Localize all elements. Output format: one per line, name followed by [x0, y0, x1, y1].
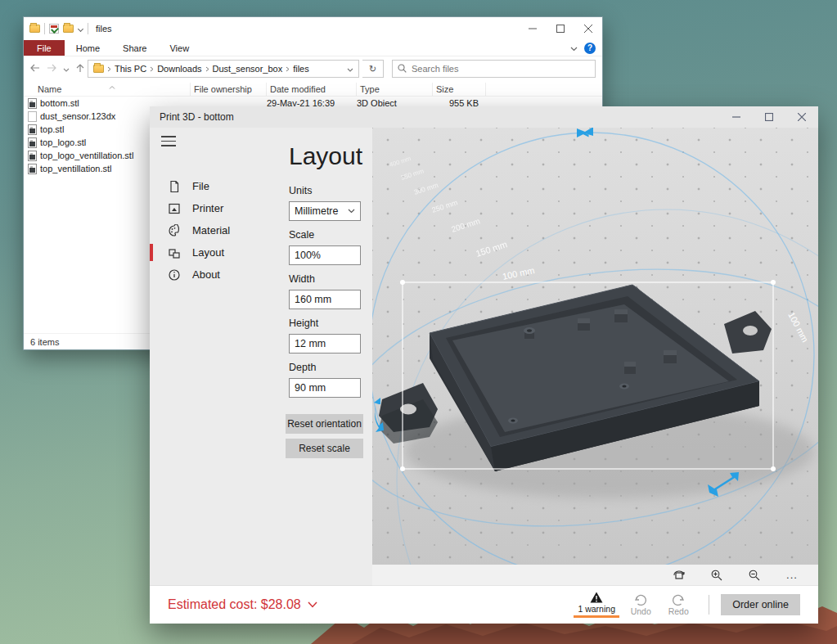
selection-handle[interactable]	[771, 280, 776, 285]
menu-icon[interactable]	[161, 136, 176, 146]
breadcrumb-item[interactable]: Downloads	[157, 64, 201, 74]
location-folder-icon	[93, 65, 104, 73]
maximize-button[interactable]	[547, 17, 574, 40]
tab-view[interactable]: View	[158, 40, 200, 56]
order-online-button[interactable]: Order online	[721, 594, 800, 615]
sidebar-item-label: File	[192, 180, 209, 192]
back-icon[interactable]	[30, 64, 40, 74]
search-box[interactable]	[392, 60, 596, 78]
tab-home[interactable]: Home	[65, 40, 111, 56]
reset-orientation-button[interactable]: Reset orientation	[286, 414, 363, 434]
screw-post	[524, 327, 535, 339]
scale-field[interactable]	[289, 245, 361, 265]
close-button[interactable]	[574, 17, 602, 40]
search-input[interactable]	[412, 64, 590, 74]
address-dropdown-icon[interactable]	[347, 64, 353, 74]
print3d-titlebar[interactable]: Print 3D - bottom	[150, 106, 818, 128]
undo-button[interactable]: Undo	[622, 594, 659, 616]
explorer-titlebar[interactable]: files	[24, 17, 602, 40]
warning-count-label: 1 warning	[578, 604, 615, 614]
breadcrumb-separator-icon	[205, 66, 209, 72]
search-icon	[398, 64, 407, 74]
sidebar-item-label: Layout	[192, 246, 224, 259]
minimize-button[interactable]	[720, 106, 753, 128]
up-icon[interactable]	[76, 64, 84, 74]
column-header-date[interactable]: Date modified	[267, 83, 357, 96]
width-field[interactable]	[289, 290, 361, 309]
breadcrumb-item[interactable]: Dust_sensor_box	[213, 64, 283, 74]
reset-view-icon[interactable]	[671, 570, 687, 581]
refresh-button[interactable]: ↻	[362, 60, 384, 78]
ribbon-collapse-icon[interactable]	[570, 43, 578, 53]
breadcrumb-item[interactable]: This PC	[115, 64, 146, 74]
breadcrumb-separator-icon	[286, 66, 290, 72]
sidebar-item-about[interactable]: About	[150, 263, 272, 286]
column-header-type[interactable]: Type	[357, 83, 433, 96]
sidebar-item-layout[interactable]: Layout	[150, 241, 272, 263]
selection-width-label: 100 mm	[502, 265, 535, 281]
3d-viewport[interactable]: 150 mm 200 mm 250 mm 300 mm 350 mm 400 m…	[372, 128, 818, 565]
units-dropdown[interactable]: Millimetre	[289, 201, 361, 221]
reset-scale-button[interactable]: Reset scale	[286, 439, 363, 458]
column-header-name[interactable]: Name	[24, 83, 191, 96]
minimize-button[interactable]	[519, 17, 547, 40]
properties-icon[interactable]	[49, 24, 59, 34]
undo-label: Undo	[631, 606, 651, 616]
ribbon-tabs: File Home Share View ?	[24, 40, 602, 56]
cost-expand-icon	[308, 601, 317, 608]
redo-icon	[672, 594, 685, 606]
print3d-window: Print 3D - bottom	[150, 106, 818, 624]
sidebar-item-label: Material	[192, 224, 230, 236]
address-bar[interactable]: This PC Downloads Dust_sensor_box files	[88, 60, 359, 78]
3d-object-file-icon	[28, 151, 37, 161]
info-icon	[168, 268, 181, 281]
selection-handle[interactable]	[400, 466, 405, 471]
divider	[709, 595, 709, 615]
column-header-ownership[interactable]: File ownership	[191, 83, 267, 96]
redo-button[interactable]: Redo	[659, 594, 697, 616]
zoom-out-icon[interactable]	[746, 570, 763, 581]
file-name: top_logo_ventillation.stl	[40, 151, 133, 160]
depth-field[interactable]	[289, 378, 361, 398]
layout-cubes-icon	[168, 246, 181, 259]
maximize-button[interactable]	[753, 106, 785, 128]
selection-handle[interactable]	[400, 280, 405, 285]
height-field[interactable]	[289, 334, 361, 354]
quick-access-toolbar: files	[29, 23, 112, 34]
file-name: top.stl	[40, 124, 64, 134]
redo-label: Redo	[668, 606, 689, 616]
undo-icon	[634, 594, 647, 606]
column-headers: Name File ownership Date modified Type S…	[24, 83, 602, 97]
desktop: files File Home Share View	[0, 0, 837, 644]
sidebar-item-file[interactable]: File	[150, 175, 272, 197]
warnings-button[interactable]: 1 warning	[571, 592, 622, 618]
zoom-in-icon[interactable]	[709, 570, 725, 581]
print3d-bottom-bar: Estimated cost: $28.08 1 warning Undo	[150, 586, 818, 624]
model-left-tab	[379, 383, 438, 444]
estimated-cost[interactable]: Estimated cost: $28.08	[168, 597, 317, 612]
sidebar-item-label: Printer	[192, 202, 223, 214]
sidebar-item-label: About	[192, 268, 220, 281]
more-options-button[interactable]: ...	[784, 572, 800, 579]
file-name: top_ventillation.stl	[40, 164, 111, 173]
breadcrumb-item[interactable]: files	[293, 64, 309, 74]
forward-icon[interactable]	[47, 64, 56, 74]
selection-handle[interactable]	[771, 466, 776, 471]
palette-icon	[168, 224, 181, 237]
new-folder-icon[interactable]	[63, 25, 74, 33]
breadcrumb-separator-icon	[107, 66, 111, 72]
help-icon[interactable]: ?	[584, 43, 596, 54]
qat-customize-icon[interactable]	[78, 26, 83, 32]
grid-distance-label: 150 mm	[475, 239, 509, 259]
tab-share[interactable]: Share	[111, 40, 158, 56]
tab-file[interactable]: File	[24, 40, 65, 56]
recent-locations-icon[interactable]	[63, 64, 70, 74]
sidebar-item-printer[interactable]: Printer	[150, 197, 272, 219]
column-header-size[interactable]: Size	[433, 83, 486, 96]
viewport-toolbar: ...	[372, 565, 818, 586]
sidebar-item-material[interactable]: Material	[150, 219, 272, 241]
layout-form: Layout Units Millimetre Scale Width Heig…	[289, 142, 361, 458]
close-button[interactable]	[785, 106, 818, 128]
rotate-handle-top[interactable]	[577, 128, 593, 137]
settings-panel: File Printer Material	[150, 128, 372, 586]
